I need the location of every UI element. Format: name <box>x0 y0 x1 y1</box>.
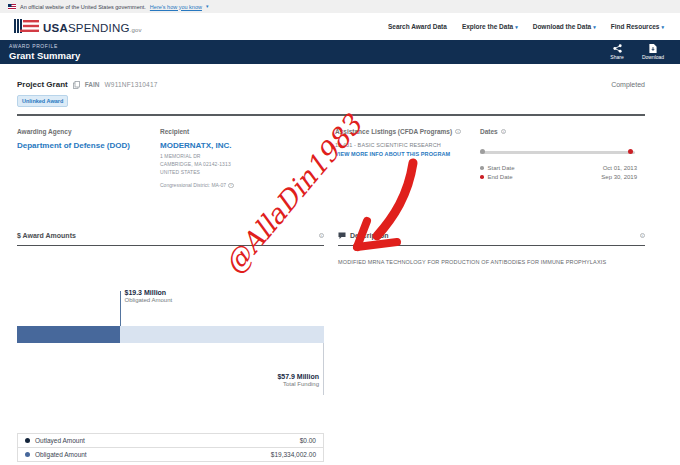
page-title-bar: AWARD PROFILE Grant Summary Share Downlo… <box>0 40 680 64</box>
usaspending-grant-summary-page: An official website of the United States… <box>0 0 680 465</box>
start-date-row: Start Date Oct 01, 2013 <box>480 165 637 171</box>
award-amounts-chart: $19.3 Million Obligated Amount $57.9 Mil… <box>17 283 324 400</box>
end-date-row: End Date Sep 30, 2019 <box>480 174 637 180</box>
cfda-more-info-link[interactable]: VIEW MORE INFO ABOUT THIS PROGRAM <box>335 151 480 157</box>
obligated-amount-caption: Obligated Amount <box>125 297 173 303</box>
end-date-bullet-icon <box>480 175 484 179</box>
nav-explore-the-data[interactable]: Explore the Data▾ <box>462 23 518 30</box>
outlayed-value: $0.00 <box>300 437 316 444</box>
obligated-label: Obligated Amount <box>35 451 87 458</box>
speech-bubble-icon <box>338 232 346 240</box>
nav-label: Search Award Data <box>388 23 447 30</box>
awarding-agency-link[interactable]: Department of Defense (DOD) <box>17 141 160 150</box>
chevron-down-icon: ▾ <box>593 24 596 30</box>
us-flag-icon <box>8 4 16 10</box>
funding-bar[interactable] <box>17 326 324 343</box>
obligated-value: $19,334,002.00 <box>271 451 316 458</box>
award-amounts-title: $ Award Amounts <box>17 232 76 239</box>
start-date-value: Oct 01, 2013 <box>603 165 637 171</box>
dates-label-text: Dates <box>480 128 498 135</box>
info-icon[interactable]: i <box>455 129 461 135</box>
usaspending-flag-icon <box>14 19 39 35</box>
award-description-text: MODIFIED MRNA TECHNOLOGY FOR PRODUCTION … <box>338 259 645 267</box>
cfda-program: 12.431 - BASIC SCIENTIFIC RESEARCH <box>335 142 480 148</box>
congressional-district-text: Congressional District: MA-07 <box>160 182 226 188</box>
assistance-listings-label: Assistance Listings (CFDA Programs) i <box>335 128 480 135</box>
award-meta: Project Grant FAIN W911NF1310417 Complet… <box>17 80 645 116</box>
obligated-marker-line <box>120 291 122 326</box>
dates-track <box>480 151 635 154</box>
logo-usa: USA <box>43 22 68 34</box>
start-date-dot <box>480 149 485 154</box>
end-date-label: End Date <box>488 174 513 180</box>
date-rows: Start Date Oct 01, 2013 End Date Sep 30,… <box>480 165 637 180</box>
info-icon[interactable]: i <box>228 183 234 189</box>
share-button[interactable]: Share <box>604 44 630 60</box>
address-line: UNITED STATES <box>160 169 335 177</box>
dates-column: Dates i Start Date Oct 01, 2013 End Date… <box>480 128 645 188</box>
end-date-dot <box>628 149 633 154</box>
recipient-label: Recipient <box>160 128 335 135</box>
recipient-link[interactable]: MODERNATX, INC. <box>160 141 335 150</box>
unlinked-award-badge[interactable]: Unlinked Award <box>17 95 68 107</box>
gov-banner: An official website of the United States… <box>0 0 680 13</box>
top-nav: Search Award Data Explore the Data▾ Down… <box>388 23 664 30</box>
share-label: Share <box>610 54 623 60</box>
info-icon[interactable]: i <box>319 233 325 239</box>
outlayed-label: Outlayed Amount <box>35 437 85 444</box>
gov-banner-text: An official website of the United States… <box>20 4 146 10</box>
nav-find-resources[interactable]: Find Resources▾ <box>611 23 664 30</box>
logo-gov: .gov <box>130 27 142 33</box>
how-you-know-link[interactable]: Here's how you know <box>150 4 202 10</box>
description-section: Description i MODIFIED MRNA TECHNOLOGY F… <box>338 226 645 267</box>
award-status: Completed <box>611 81 645 88</box>
site-header: USASPENDING.gov Search Award Data Explor… <box>0 13 680 40</box>
chevron-down-icon: ▾ <box>515 24 518 30</box>
dates-label: Dates i <box>480 128 645 135</box>
total-funding-bar-segment[interactable] <box>120 326 325 343</box>
obligated-amount-callout: $19.3 Million Obligated Amount <box>125 289 173 303</box>
fain-value: W911NF1310417 <box>105 81 158 88</box>
end-date-value: Sep 30, 2019 <box>601 174 637 180</box>
usaspending-logo[interactable]: USASPENDING.gov <box>14 19 142 35</box>
assistance-listings-column: Assistance Listings (CFDA Programs) i 12… <box>335 128 480 188</box>
content-sections: $ Award Amounts i Description i MODIFIED… <box>17 226 645 267</box>
total-funding-marker-line <box>323 343 324 395</box>
fain-label: FAIN <box>85 81 100 88</box>
award-amounts-header: $ Award Amounts i <box>17 226 324 246</box>
nav-label: Explore the Data <box>462 23 513 30</box>
award-profile-eyebrow: AWARD PROFILE <box>9 43 80 49</box>
dates-progress-bar <box>480 149 635 154</box>
download-button[interactable]: Download <box>640 44 666 60</box>
obligated-bar-segment[interactable] <box>17 326 120 343</box>
description-header: Description i <box>338 226 645 246</box>
table-row-obligated: Obligated Amount $19,334,002.00 <box>17 447 324 462</box>
total-funding-value: $57.9 Million <box>277 373 319 380</box>
obligated-amount-value: $19.3 Million <box>125 289 173 296</box>
start-date-label: Start Date <box>488 165 515 171</box>
total-funding-callout: $57.9 Million Total Funding <box>277 373 319 387</box>
copy-icon[interactable] <box>73 81 80 89</box>
recipient-column: Recipient MODERNATX, INC. 1 MEMORIAL DR … <box>160 128 335 188</box>
title-block: AWARD PROFILE Grant Summary <box>9 43 80 61</box>
award-overview: Awarding Agency Department of Defense (D… <box>17 128 645 188</box>
awarding-agency-label: Awarding Agency <box>17 128 160 135</box>
outlayed-bullet-icon <box>25 438 30 443</box>
award-type: Project Grant <box>17 80 68 89</box>
logo-text: USASPENDING.gov <box>43 23 142 35</box>
obligated-bullet-icon <box>25 452 30 457</box>
download-icon <box>649 44 657 53</box>
table-row-outlayed: Outlayed Amount $0.00 <box>17 433 324 448</box>
description-title: Description <box>350 232 389 239</box>
awarding-agency-column: Awarding Agency Department of Defense (D… <box>17 128 160 188</box>
info-icon[interactable]: i <box>640 233 646 239</box>
download-label: Download <box>642 54 664 60</box>
chevron-down-icon[interactable]: ▾ <box>206 4 209 9</box>
info-icon[interactable]: i <box>501 129 507 135</box>
nav-download-the-data[interactable]: Download the Data▾ <box>533 23 596 30</box>
logo-spending: SPENDING <box>68 22 130 34</box>
start-date-bullet-icon <box>480 166 484 170</box>
nav-search-award-data[interactable]: Search Award Data <box>388 23 447 30</box>
address-line: CAMBRIDGE, MA 02142-1313 <box>160 161 335 169</box>
congressional-district: Congressional District: MA-07 i <box>160 182 335 188</box>
